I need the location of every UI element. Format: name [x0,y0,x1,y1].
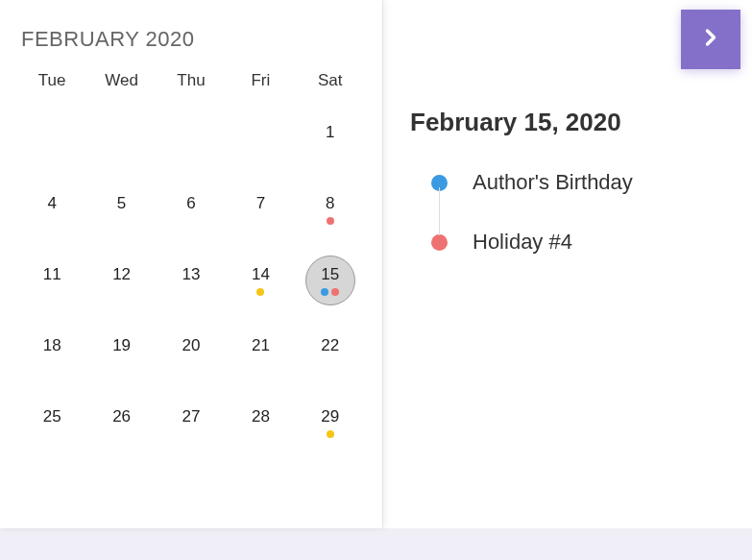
day-7[interactable]: 7 [226,179,295,250]
day-number: 12 [112,265,131,284]
event-title: Author's Birthday [473,170,633,195]
day-11[interactable]: 11 [17,250,86,321]
event-item[interactable]: Holiday #4 [431,230,725,255]
event-dots [256,288,264,296]
event-dot-pink [331,288,339,296]
day-empty [157,108,226,179]
day-18[interactable]: 18 [17,321,86,392]
day-number: 14 [252,265,270,284]
event-dot-blue [321,288,328,296]
day-number: 22 [321,336,339,355]
day-6[interactable]: 6 [157,179,226,250]
day-number: 13 [182,265,201,284]
day-empty [17,108,86,179]
day-14[interactable]: 14 [226,250,295,321]
day-1[interactable]: 1 [296,108,365,179]
day-5[interactable]: 5 [86,179,156,250]
detail-date: February 15, 2020 [410,108,725,137]
day-number: 26 [112,407,131,426]
day-number: 5 [117,194,126,213]
weekday-label: Wed [86,71,156,90]
day-number: 15 [321,265,339,284]
day-4[interactable]: 4 [17,179,86,250]
event-dots [327,430,334,438]
day-number: 7 [256,194,265,213]
day-number: 4 [47,194,56,213]
day-27[interactable]: 27 [157,392,226,463]
day-15[interactable]: 15 [296,250,365,321]
day-8[interactable]: 8 [296,179,365,250]
day-number: 1 [326,123,334,142]
detail-panel: February 15, 2020 Author's BirthdayHolid… [382,0,752,528]
day-empty [86,108,156,179]
chevron-right-icon [697,24,724,55]
day-number: 18 [43,336,61,355]
event-list: Author's BirthdayHoliday #4 [410,170,725,255]
event-dots [327,217,334,225]
weekday-header: TueWedThuFriSat [17,71,365,90]
day-13[interactable]: 13 [157,250,226,321]
day-number: 11 [43,265,61,284]
day-20[interactable]: 20 [157,321,226,392]
day-22[interactable]: 22 [296,321,365,392]
day-28[interactable]: 28 [226,392,295,463]
event-dot-pink [431,234,448,251]
weekday-label: Sat [296,71,365,90]
month-title: FEBRUARY 2020 [17,27,365,52]
day-25[interactable]: 25 [17,392,86,463]
event-title: Holiday #4 [473,230,572,255]
day-number: 19 [112,336,131,355]
day-number: 28 [252,407,270,426]
calendar-panel: FEBRUARY 2020 TueWedThuFriSat 1456781112… [0,0,382,528]
event-item[interactable]: Author's Birthday [431,170,725,195]
day-number: 27 [182,407,201,426]
event-dot-yellow [327,430,334,438]
event-connector-line [439,187,440,235]
event-dot-yellow [256,288,264,296]
weekday-label: Tue [17,71,86,90]
day-number: 20 [182,336,201,355]
weekday-label: Thu [157,71,226,90]
day-number: 25 [43,407,61,426]
day-12[interactable]: 12 [86,250,156,321]
day-number: 29 [321,407,339,426]
weekday-label: Fri [226,71,295,90]
day-26[interactable]: 26 [86,392,156,463]
day-number: 6 [186,194,195,213]
day-number: 21 [252,336,270,355]
calendar-grid: 145678111213141518192021222526272829 [17,108,365,463]
event-dot-pink [327,217,334,225]
day-29[interactable]: 29 [296,392,365,463]
day-empty [226,108,295,179]
next-month-button[interactable] [681,10,740,69]
day-number: 8 [326,194,334,213]
day-21[interactable]: 21 [226,321,295,392]
day-19[interactable]: 19 [86,321,156,392]
event-dots [321,288,339,296]
